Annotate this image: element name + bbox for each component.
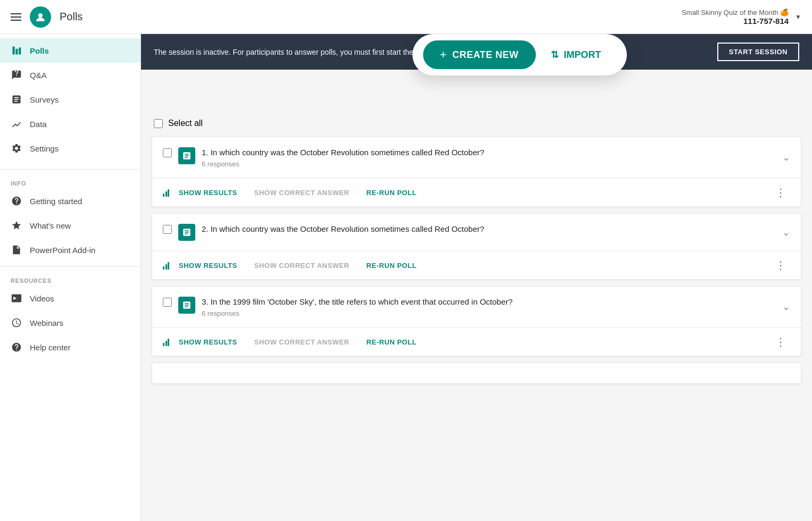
info-section-label: INFO	[0, 174, 140, 189]
top-header: Polls Small Skinny Quiz of the Month 🍊 1…	[0, 0, 812, 34]
sidebar: Polls Q&A Surveys	[0, 34, 141, 521]
poll-1-checkbox[interactable]	[163, 148, 172, 157]
help-circle-icon	[11, 195, 22, 207]
poll-3-responses: 6 responses	[202, 309, 776, 317]
header-left: Polls	[11, 6, 82, 28]
poll-card-1: 1. In which country was the October Revo…	[152, 137, 801, 207]
content-area: The session is inactive. For participant…	[141, 34, 812, 521]
sidebar-label-videos: Videos	[30, 294, 54, 303]
sidebar-item-qa[interactable]: Q&A	[0, 63, 140, 87]
sidebar-label-polls: Polls	[30, 46, 49, 55]
settings-icon	[11, 142, 22, 154]
sidebar-item-webinars[interactable]: Webinars	[0, 310, 140, 335]
poll-1-actions: SHOW RESULTS SHOW CORRECT ANSWER RE-RUN …	[152, 178, 801, 206]
sidebar-label-help-center: Help center	[30, 343, 71, 352]
sidebar-item-getting-started[interactable]: Getting started	[0, 189, 140, 213]
poll-1-number: 1.	[202, 148, 209, 157]
poll-card-3-header[interactable]: 3. In the 1999 film 'October Sky', the t…	[152, 287, 801, 327]
sidebar-label-getting-started: Getting started	[30, 197, 82, 206]
poll-1-rerun[interactable]: RE-RUN POLL	[358, 184, 425, 201]
poll-3-number: 3.	[202, 297, 209, 306]
data-icon	[11, 118, 22, 130]
poll-2-show-correct: SHOW CORRECT ANSWER	[246, 257, 358, 274]
sidebar-label-powerpoint: PowerPoint Add-in	[30, 246, 95, 255]
poll-2-content: 2. In which country was the October Revo…	[202, 223, 776, 234]
session-name: Small Skinny Quiz of the Month 🍊	[682, 9, 789, 16]
poll-3-more-button[interactable]: ⋮	[771, 333, 790, 350]
bar-chart-2-icon	[163, 261, 169, 270]
sidebar-divider-1	[0, 169, 140, 170]
sidebar-item-videos[interactable]: Videos	[0, 286, 140, 310]
app-logo	[30, 6, 51, 28]
session-id: 111-757-814	[682, 16, 789, 26]
sidebar-label-whats-new: What's new	[30, 221, 71, 230]
import-label: IMPORT	[564, 49, 601, 61]
poll-card-2-header[interactable]: 2. In which country was the October Revo…	[152, 214, 801, 251]
poll-2-checkbox[interactable]	[163, 225, 172, 234]
poll-3-question: 3. In the 1999 film 'October Sky', the t…	[202, 296, 776, 307]
poll-1-question: 1. In which country was the October Revo…	[202, 147, 776, 158]
poll-1-expand-icon[interactable]: ⌄	[782, 152, 790, 163]
poll-3-actions: SHOW RESULTS SHOW CORRECT ANSWER RE-RUN …	[152, 327, 801, 356]
sidebar-item-whats-new[interactable]: What's new	[0, 213, 140, 238]
surveys-icon	[11, 94, 22, 105]
poll-3-checkbox[interactable]	[163, 298, 172, 307]
hamburger-menu[interactable]	[11, 13, 21, 21]
poll-2-number: 2.	[202, 224, 209, 233]
sidebar-item-powerpoint[interactable]: PowerPoint Add-in	[0, 238, 140, 262]
import-button[interactable]: ⇅ IMPORT	[536, 41, 616, 68]
header-right: Small Skinny Quiz of the Month 🍊 111-757…	[682, 9, 801, 26]
sidebar-item-polls[interactable]: Polls	[0, 38, 140, 63]
poll-card-1-header[interactable]: 1. In which country was the October Revo…	[152, 137, 801, 178]
svg-point-0	[38, 13, 43, 18]
poll-3-show-results[interactable]: SHOW RESULTS	[170, 334, 246, 350]
poll-card-3: 3. In the 1999 film 'October Sky', the t…	[152, 286, 801, 356]
poll-1-type-icon	[178, 147, 195, 164]
star-icon	[11, 220, 22, 231]
create-new-label: CREATE NEW	[452, 49, 519, 61]
select-all-checkbox[interactable]	[154, 119, 163, 128]
poll-3-expand-icon[interactable]: ⌄	[782, 301, 790, 313]
poll-3-rerun[interactable]: RE-RUN POLL	[358, 334, 425, 350]
sidebar-item-surveys[interactable]: Surveys	[0, 87, 140, 112]
bar-chart-icon	[163, 188, 169, 197]
poll-2-show-results[interactable]: SHOW RESULTS	[170, 257, 246, 274]
poll-1-more-button[interactable]: ⋮	[771, 184, 790, 201]
polls-list-area: Select all 1. In which country was the O…	[141, 112, 812, 401]
resources-section-label: RESOURCES	[0, 271, 140, 286]
poll-2-actions: SHOW RESULTS SHOW CORRECT ANSWER RE-RUN …	[152, 251, 801, 279]
poll-3-question-text: In the 1999 film 'October Sky', the titl…	[211, 297, 513, 306]
sidebar-item-data[interactable]: Data	[0, 112, 140, 136]
poll-2-type-icon	[178, 224, 195, 241]
poll-2-question: 2. In which country was the October Revo…	[202, 223, 776, 234]
floating-action-bar: + CREATE NEW ⇅ IMPORT	[412, 34, 627, 75]
sidebar-item-help-center[interactable]: Help center	[0, 335, 140, 359]
help-circle-2-icon	[11, 341, 22, 353]
poll-1-show-correct: SHOW CORRECT ANSWER	[246, 184, 358, 201]
poll-2-expand-icon[interactable]: ⌄	[782, 226, 790, 238]
poll-1-responses: 6 responses	[202, 160, 776, 168]
poll-1-show-results[interactable]: SHOW RESULTS	[170, 184, 246, 201]
poll-2-question-text: In which country was the October Revolut…	[211, 224, 484, 233]
plus-icon: +	[440, 48, 447, 62]
sidebar-label-webinars: Webinars	[30, 318, 63, 327]
start-session-button[interactable]: START SESSION	[717, 43, 799, 61]
poll-card-4-partial	[152, 363, 801, 384]
create-new-button[interactable]: + CREATE NEW	[423, 40, 536, 69]
poll-3-show-correct: SHOW CORRECT ANSWER	[246, 334, 358, 350]
svg-rect-2	[15, 49, 18, 55]
main-layout: Polls Q&A Surveys	[0, 34, 812, 521]
poll-2-rerun[interactable]: RE-RUN POLL	[358, 257, 425, 274]
session-dropdown-arrow[interactable]: ▼	[795, 13, 801, 21]
poll-2-more-button[interactable]: ⋮	[771, 257, 790, 274]
sidebar-item-settings[interactable]: Settings	[0, 136, 140, 161]
bar-chart-3-icon	[163, 338, 169, 346]
import-arrows-icon: ⇅	[551, 49, 559, 61]
svg-rect-1	[13, 47, 15, 55]
app-title: Polls	[60, 11, 82, 23]
powerpoint-icon	[11, 244, 22, 256]
poll-3-type-icon	[178, 297, 195, 314]
video-icon	[11, 292, 22, 304]
svg-rect-3	[19, 47, 21, 54]
select-all-row: Select all	[152, 112, 801, 135]
